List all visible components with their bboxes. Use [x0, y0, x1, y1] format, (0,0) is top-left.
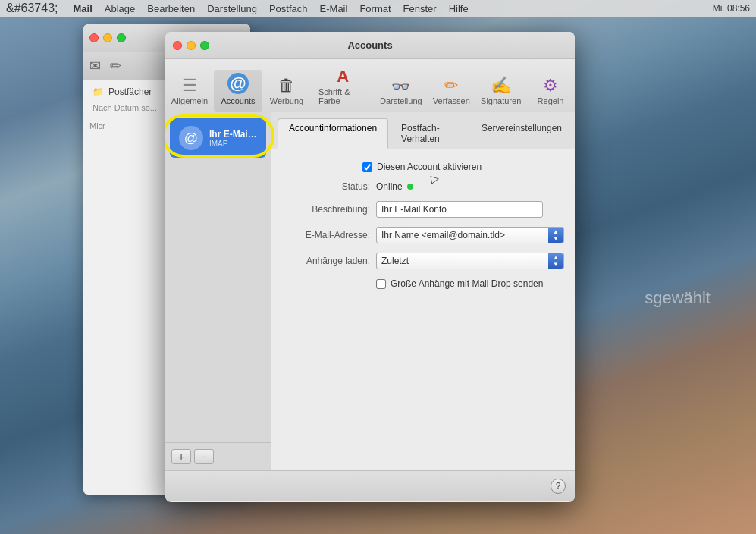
right-panel-hint: sgewählt [645, 288, 711, 308]
signaturen-icon: ✍ [491, 77, 511, 94]
dialog-toolbar: ☰ Allgemein @ Accounts 🗑 Werbung A Schri… [165, 59, 575, 112]
large-attachments-container: Große Anhänge mit Mail Drop senden [376, 278, 543, 289]
account-info: Ihr E-Mail K... IMAP [209, 129, 257, 148]
menubar-right: Mi. 08:56 [713, 3, 750, 14]
account-type: IMAP [209, 140, 257, 148]
remove-account-button[interactable]: − [194, 449, 214, 464]
anhaenge-label: Anhänge laden: [287, 256, 370, 266]
toolbar-allgemein-label: Allgemein [171, 96, 208, 105]
account-item-container: @ Ihr E-Mail K... IMAP [165, 118, 271, 158]
activate-account-checkbox[interactable] [362, 162, 372, 172]
menu-darstellung[interactable]: Darstellung [201, 3, 263, 14]
postfacher-label: Postfächer [108, 86, 152, 97]
toolbar-allgemein[interactable]: ☰ Allgemein [165, 74, 214, 112]
toolbar-werbung[interactable]: 🗑 Werbung [262, 74, 311, 112]
toolbar-verfassen[interactable]: ✏ Verfassen [427, 74, 475, 112]
dialog-traffic-lights [173, 41, 209, 50]
toolbar-accounts-label: Accounts [221, 96, 255, 105]
account-name: Ihr E-Mail K... [209, 129, 257, 140]
account-icon: @ [179, 126, 203, 150]
status-text: Online [376, 181, 403, 192]
menu-postfach[interactable]: Postfach [263, 3, 314, 14]
toolbar-darstellung[interactable]: 👓 Darstellung [375, 76, 427, 112]
tab-postfach-verhalten[interactable]: Postfach-Verhalten [390, 118, 469, 149]
beschreibung-label: Beschreibung: [287, 204, 370, 215]
menubar: &#63743; Mail Ablage Bearbeiten Darstell… [0, 0, 756, 17]
dialog-close-button[interactable] [173, 41, 182, 50]
status-dot-icon [407, 184, 413, 190]
toolbar-signaturen-label: Signaturen [481, 96, 521, 105]
large-attachments-label: Große Anhänge mit Mail Drop senden [391, 278, 543, 289]
toolbar-accounts[interactable]: @ Accounts [214, 70, 262, 112]
status-label: Status: [287, 181, 370, 192]
account-form: Diesen Account aktivieren Status: Online… [271, 149, 575, 470]
accounts-icon: @ [227, 73, 249, 94]
dialog-minimize-button[interactable] [187, 41, 196, 50]
toolbar-signaturen[interactable]: ✍ Signaturen [475, 74, 526, 112]
accounts-list-footer: + − [165, 442, 271, 470]
anhaenge-value: Zuletzt [381, 256, 409, 266]
large-attachments-checkbox[interactable] [376, 279, 386, 289]
email-select-container: Ihr Name <email@domain.tld> ▲▼ [376, 227, 564, 243]
account-details-panel: Accountinformationen Postfach-Verhalten … [271, 112, 575, 470]
toolbar-regeln[interactable]: ⚙ Regeln [526, 74, 575, 112]
tab-servereinstellungen[interactable]: Servereinstellungen [470, 118, 573, 149]
menu-hilfe[interactable]: Hilfe [443, 3, 475, 14]
apple-menu[interactable]: &#63743; [6, 2, 58, 15]
schrift-icon: A [337, 68, 349, 85]
accounts-dialog: Accounts ☰ Allgemein @ Accounts 🗑 Werbun… [165, 32, 575, 502]
large-attachments-row: Große Anhänge mit Mail Drop senden [287, 278, 564, 289]
anhaenge-select[interactable]: Zuletzt ▲▼ [376, 253, 564, 269]
email-adresse-value: Ihr Name <email@domain.tld> [381, 230, 505, 240]
menu-fenster[interactable]: Fenster [397, 3, 443, 14]
email-adresse-row: E-Mail-Adresse: Ihr Name <email@domain.t… [287, 227, 564, 243]
toolbar-darstellung-label: Darstellung [380, 96, 422, 105]
add-account-button[interactable]: + [171, 449, 191, 464]
menubar-time: Mi. 08:56 [713, 3, 750, 14]
dialog-main-content: @ Ihr E-Mail K... IMAP ▷ + − [165, 112, 575, 470]
dialog-title: Accounts [347, 39, 392, 51]
email-adresse-label: E-Mail-Adresse: [287, 230, 370, 240]
toolbar-werbung-label: Werbung [270, 96, 303, 105]
menu-format[interactable]: Format [353, 3, 397, 14]
anhaenge-select-arrow-icon: ▲▼ [548, 253, 563, 269]
menu-email[interactable]: E-Mail [314, 3, 354, 14]
accounts-list-panel: @ Ihr E-Mail K... IMAP ▷ + − [165, 112, 271, 470]
anhaenge-row: Anhänge laden: Zuletzt ▲▼ [287, 253, 564, 269]
toolbar-schrift[interactable]: A Schrift & Farbe [311, 65, 375, 112]
darstellung-icon: 👓 [391, 79, 410, 94]
menu-bearbeiten[interactable]: Bearbeiten [141, 3, 201, 14]
status-value: Online [376, 181, 413, 192]
email-adresse-select[interactable]: Ihr Name <email@domain.tld> ▲▼ [376, 227, 564, 243]
maximize-button[interactable] [117, 33, 126, 42]
details-tabs: Accountinformationen Postfach-Verhalten … [271, 112, 575, 149]
toolbar-verfassen-label: Verfassen [433, 96, 470, 105]
activate-account-row: Diesen Account aktivieren [362, 162, 564, 172]
menu-ablage[interactable]: Ablage [99, 3, 141, 14]
toolbar-schrift-label: Schrift & Farbe [318, 87, 367, 105]
close-button[interactable] [89, 33, 99, 42]
verfassen-icon: ✏ [444, 77, 458, 94]
dialog-bottom-bar: ? [165, 470, 575, 501]
edit-icon: ✏ [110, 58, 121, 74]
anhaenge-select-container: Zuletzt ▲▼ [376, 253, 564, 269]
email-select-arrow-icon: ▲▼ [548, 228, 563, 243]
dialog-maximize-button[interactable] [200, 41, 209, 50]
menu-mail[interactable]: Mail [67, 3, 99, 14]
compose-icon: ✉ [89, 58, 101, 74]
status-row: Status: Online [287, 181, 564, 192]
account-item-email[interactable]: @ Ihr E-Mail K... IMAP [170, 118, 266, 158]
werbung-icon: 🗑 [278, 77, 295, 94]
toolbar-regeln-label: Regeln [538, 96, 564, 105]
beschreibung-input[interactable] [376, 201, 543, 218]
beschreibung-row: Beschreibung: [287, 201, 564, 218]
allgemein-icon: ☰ [182, 77, 197, 94]
minimize-button[interactable] [103, 33, 112, 42]
dialog-titlebar: Accounts [165, 32, 575, 59]
tab-accountinformationen[interactable]: Accountinformationen [278, 118, 388, 149]
activate-account-label: Diesen Account aktivieren [377, 162, 482, 172]
help-button[interactable]: ? [551, 479, 566, 494]
sidebar-folder-icon: 📁 [93, 86, 104, 97]
regeln-icon: ⚙ [543, 77, 558, 94]
